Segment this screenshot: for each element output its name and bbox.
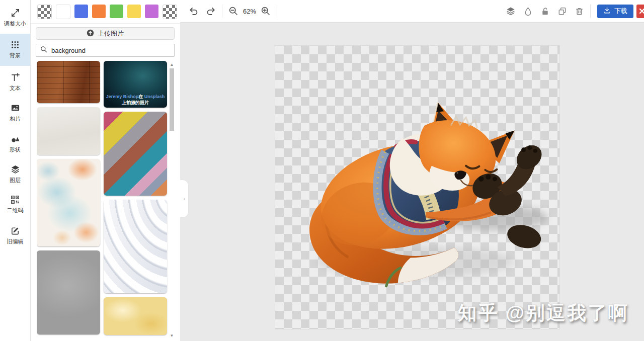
thumbnail-white-waves[interactable] [104, 200, 167, 293]
download-icon [603, 7, 611, 16]
photo-attribution: Jeremy Bishop在 Unsplash上拍摄的照片 [105, 94, 166, 106]
divider [222, 5, 222, 18]
editor-canvas[interactable] [275, 45, 560, 329]
unlock-icon [540, 7, 550, 16]
swatch-blue[interactable] [74, 5, 88, 18]
upload-icon [87, 29, 94, 38]
sidebar-item-legacy-editor[interactable]: 旧编辑 [0, 221, 30, 250]
thumbnail-grid: Jeremy Bishop在 Unsplash上拍摄的照片 [37, 61, 168, 341]
thumbnail-yellow-texture[interactable] [104, 297, 167, 335]
chevron-left-icon: ‹ [184, 196, 186, 202]
watermark-text: 知乎 @别逗我了啊 [457, 300, 629, 326]
sidebar-item-qrcode[interactable]: 二维码 [0, 190, 30, 219]
panel-scrollbar[interactable]: ▲ ▼ [169, 61, 175, 341]
thumbnail-dark-ocean[interactable]: Jeremy Bishop在 Unsplash上拍摄的照片 [104, 61, 167, 108]
duplicate-button[interactable] [553, 3, 571, 19]
color-swatch-row [31, 0, 180, 19]
delete-button[interactable] [571, 3, 588, 19]
scroll-up-arrow-icon[interactable]: ▲ [169, 62, 175, 68]
divider [277, 5, 277, 18]
sidebar-item-label: 文本 [10, 84, 21, 92]
divider [31, 23, 180, 24]
thumbnail-column-right: Jeremy Bishop在 Unsplash上拍摄的照片 [104, 61, 167, 341]
zoom-in-icon [261, 6, 271, 16]
attribution-source-link[interactable]: Unsplash [144, 94, 165, 99]
opacity-drop-icon [523, 7, 533, 16]
duplicate-icon [557, 7, 567, 16]
redo-icon [206, 6, 216, 16]
thumbnail-wood-planks[interactable] [37, 61, 100, 103]
delete-icon [575, 7, 584, 16]
resize-icon [11, 8, 20, 18]
sidebar-item-text[interactable]: 文本 [0, 67, 30, 97]
divider [590, 5, 591, 18]
legacy-editor-icon [11, 226, 20, 235]
search-box [36, 44, 175, 57]
opacity-button[interactable] [519, 3, 536, 19]
undo-icon [189, 6, 199, 16]
text-icon [11, 72, 20, 82]
sidebar-item-background[interactable]: 背景 [0, 34, 30, 66]
sidebar-item-shapes[interactable]: 形状 [0, 129, 30, 158]
upload-image-button[interactable]: 上传图片 [36, 27, 175, 40]
zoom-level-value: 62% [243, 8, 256, 15]
sidebar-item-label: 调整大小 [4, 20, 26, 28]
swatch-transparent-1[interactable] [37, 5, 52, 19]
upload-button-label: 上传图片 [98, 29, 124, 38]
top-toolbar: 62% 下载 [180, 0, 644, 23]
close-button[interactable] [636, 5, 644, 18]
swatch-yellow[interactable] [127, 5, 141, 18]
layers-tool-button[interactable] [502, 3, 519, 19]
panel-collapse-handle[interactable]: ‹ [180, 180, 189, 218]
sidebar-item-label: 形状 [10, 146, 21, 153]
photo-icon [11, 103, 20, 113]
swatch-transparent-2[interactable] [163, 5, 177, 19]
sidebar-item-layers[interactable]: 图层 [0, 159, 30, 189]
swatch-purple[interactable] [145, 5, 158, 18]
background-panel: 上传图片 Jeremy Bishop在 Unsplash上拍摄的照片 ▲ ▼ [31, 0, 180, 341]
thumbnail-gray-concrete[interactable] [37, 250, 100, 334]
thumbnail-watercolor-marble[interactable] [37, 159, 100, 246]
sidebar-item-label: 图层 [10, 177, 21, 184]
sidebar-item-photo[interactable]: 相片 [0, 98, 30, 127]
left-nav: 调整大小 背景 文本 相片 形状 [0, 0, 31, 341]
swatch-green[interactable] [110, 5, 123, 18]
download-button[interactable]: 下载 [597, 5, 633, 18]
sidebar-item-label: 背景 [10, 52, 21, 59]
sidebar-item-label: 二维码 [7, 207, 24, 214]
thumbnail-colorful-stripes[interactable] [104, 112, 167, 196]
scrollbar-thumb[interactable] [170, 68, 174, 131]
shapes-icon [11, 134, 20, 143]
search-input[interactable] [50, 46, 170, 55]
redo-button[interactable] [202, 3, 219, 19]
thumbnail-white-plaster[interactable] [37, 107, 100, 155]
zoom-out-button[interactable] [225, 3, 242, 19]
layers-icon [506, 6, 516, 16]
swatch-orange[interactable] [92, 5, 106, 18]
swatch-white[interactable] [56, 5, 70, 19]
layers-icon [11, 164, 20, 174]
thumbnail-column-left [37, 61, 100, 341]
background-grid-icon [11, 40, 20, 49]
qrcode-icon [11, 195, 20, 204]
sidebar-item-resize[interactable]: 调整大小 [0, 3, 30, 32]
attribution-author-link[interactable]: Jeremy Bishop [106, 94, 139, 99]
scroll-down-arrow-icon[interactable]: ▼ [169, 333, 175, 339]
zoom-in-button[interactable] [257, 3, 274, 19]
close-icon [639, 8, 644, 14]
lock-button[interactable] [536, 3, 553, 19]
search-icon [40, 46, 47, 55]
sidebar-item-label: 相片 [10, 115, 21, 123]
sleeping-fox-image[interactable] [299, 90, 562, 302]
download-button-label: 下载 [614, 7, 627, 16]
zoom-out-icon [228, 6, 238, 16]
sidebar-item-label: 旧编辑 [7, 238, 24, 245]
undo-button[interactable] [185, 3, 202, 19]
